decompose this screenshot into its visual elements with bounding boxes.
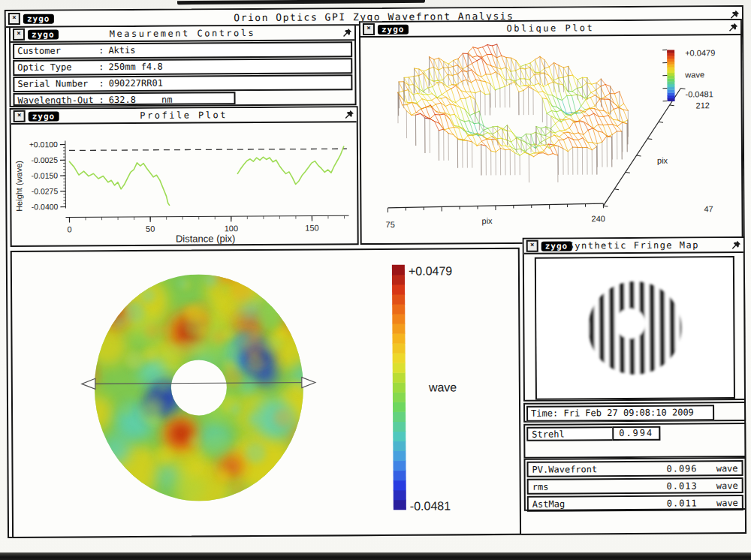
result-label: AstMag (532, 498, 565, 509)
field-value: Aktis (108, 45, 135, 56)
svg-text:-0.0275: -0.0275 (32, 186, 59, 195)
field-colon: : (98, 78, 104, 89)
svg-text:100: 100 (225, 224, 238, 233)
svg-text:-0.0400: -0.0400 (32, 202, 59, 211)
oblique-plot-titlebar[interactable]: × zygo Oblique Plot (360, 20, 740, 38)
field-value: 250mm f4.8 (108, 62, 162, 72)
field-label: Wavelength-Out (17, 94, 98, 107)
field-label: Customer (17, 44, 98, 57)
fringe-image[interactable] (536, 257, 731, 396)
window-menu-button[interactable]: × (13, 29, 25, 41)
results-panel: PV.Wavefront 0.096 wave rms 0.013 wave A… (523, 457, 746, 511)
oblique-x-min: 75 (386, 220, 395, 229)
result-row-astmag: AstMag 0.011 wave (527, 495, 743, 512)
field-colon: : (98, 45, 104, 56)
oblique-x-label: pix (481, 216, 493, 225)
result-value: 0.013 (645, 480, 698, 491)
result-unit: wave (698, 498, 738, 508)
field-unit: nm (161, 95, 173, 105)
window-title: Oblique Plot (391, 22, 710, 35)
pushpin-icon[interactable] (342, 28, 352, 38)
pushpin-icon[interactable] (728, 23, 738, 32)
scanned-screenshot-page: × zygo Orion Optics GPI Zygo Wavefront A… (0, 0, 751, 560)
oblique-colorbar-unit: wave (684, 70, 704, 79)
time-panel: Time: Fri Feb 27 09:08:10 2009 (523, 402, 746, 423)
svg-text:0: 0 (67, 224, 71, 233)
zygo-analysis-screen: × zygo Orion Optics GPI Zygo Wavefront A… (0, 0, 751, 560)
field-wavelength-out[interactable]: Wavelength-Out:632.8nm (13, 92, 235, 106)
svg-text:-0.0025: -0.0025 (31, 155, 58, 164)
profile-plot-chart[interactable]: +0.0100-0.0025-0.0150-0.0275-0.040005010… (11, 122, 357, 247)
oblique-plot-chart[interactable]: +0.0479 wave -0.0481 212 pix 47 75 pix 2… (360, 35, 742, 245)
pushpin-icon[interactable] (731, 240, 741, 250)
profile-xlabel: Distance (pix) (176, 233, 236, 244)
window-menu-button[interactable]: × (363, 23, 375, 35)
field-label: Serial Number (17, 77, 98, 90)
field-customer[interactable]: Customer:Aktis (13, 41, 352, 59)
window-menu-button[interactable]: × (14, 110, 26, 122)
measurement-controls-titlebar[interactable]: × zygo Measurement Controls (11, 26, 354, 43)
scan-artifact-bottom (0, 552, 751, 560)
oblique-colorbar-min: -0.0481 (685, 89, 713, 98)
window-title: Measurement Controls (41, 27, 324, 39)
result-row-pv-wavefront: PV.Wavefront 0.096 wave (526, 460, 743, 477)
measurement-controls-window: × zygo Measurement Controls Customer:Akt… (9, 24, 357, 107)
map-colorbar-unit: wave (428, 381, 457, 393)
fringe-map-window: × zygo Synthetic Fringe Map (523, 236, 746, 402)
svg-text:+0.0100: +0.0100 (29, 140, 58, 149)
pushpin-icon[interactable] (730, 10, 740, 20)
fringe-image-frame (535, 256, 735, 400)
field-value: 632.8 (109, 95, 136, 105)
profile-ylabel: Height (wave) (14, 161, 23, 212)
pushpin-icon[interactable] (345, 110, 354, 119)
result-unit: wave (698, 480, 738, 491)
strehl-readout: Strehl 0.994 (526, 426, 660, 441)
result-label: PV.Wavefront (532, 464, 598, 475)
wavefront-map-chart[interactable]: +0.0479 wave -0.0481 (12, 249, 520, 537)
map-colorbar-min: -0.0481 (410, 499, 451, 512)
strehl-label: Strehl (532, 429, 564, 439)
result-label: rms (532, 481, 549, 492)
svg-text:-0.0150: -0.0150 (31, 171, 58, 180)
window-menu-button[interactable]: × (526, 240, 538, 252)
svg-text:150: 150 (305, 223, 318, 232)
result-row-rms: rms 0.013 wave (527, 477, 743, 495)
oblique-depth-max: 212 (696, 101, 710, 110)
result-value: 0.011 (645, 498, 698, 508)
field-optic-type[interactable]: Optic Type:250mm f4.8 (13, 58, 352, 76)
fringe-map-titlebar[interactable]: × zygo Synthetic Fringe Map (524, 238, 743, 254)
time-readout: Time: Fri Feb 27 09:08:10 2009 (526, 405, 714, 422)
window-menu-button[interactable]: × (8, 13, 20, 25)
window-title: Profile Plot (41, 109, 327, 121)
oblique-depth-label: pix (657, 156, 668, 165)
oblique-x-max: 240 (591, 214, 605, 223)
strehl-value: 0.994 (612, 426, 660, 441)
field-colon: : (98, 62, 104, 72)
oblique-colorbar-max: +0.0479 (685, 48, 715, 57)
strehl-panel: Strehl 0.994 (523, 423, 746, 459)
profile-plot-titlebar[interactable]: × zygo Profile Plot (11, 107, 357, 125)
field-label: Optic Type (17, 61, 98, 74)
profile-plot-window: × zygo Profile Plot +0.0100-0.0025-0.015… (10, 106, 359, 247)
field-value: 090227RR01 (109, 78, 163, 89)
result-value: 0.096 (644, 463, 697, 474)
svg-text:50: 50 (146, 224, 155, 233)
map-colorbar-max: +0.0479 (409, 264, 452, 277)
window-title: Synthetic Fringe Map (554, 239, 713, 251)
result-unit: wave (697, 463, 737, 474)
field-serial-number[interactable]: Serial Number:090227RR01 (13, 74, 352, 92)
oblique-plot-window: × zygo Oblique Plot +0.0479 wave -0.0481… (359, 19, 743, 245)
oblique-depth-min: 47 (704, 204, 713, 213)
wavefront-map-panel: +0.0479 wave -0.0481 (11, 248, 521, 538)
field-colon: : (98, 95, 104, 105)
